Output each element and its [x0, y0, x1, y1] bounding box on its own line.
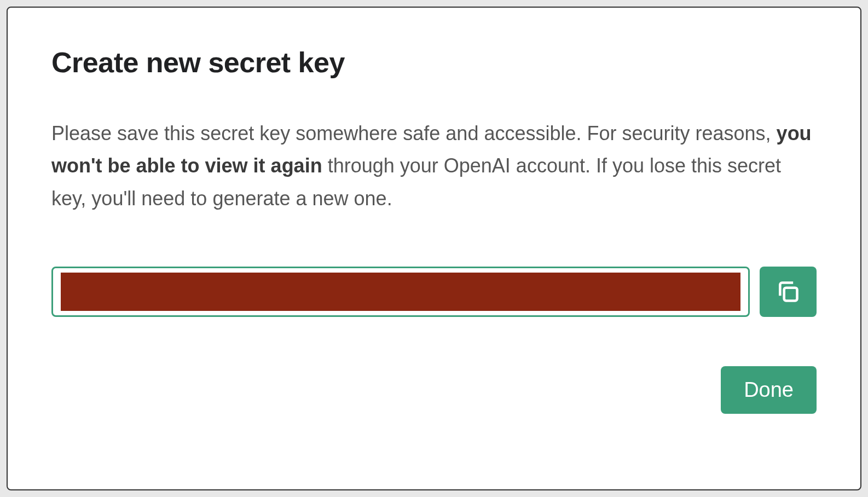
secret-key-field[interactable] — [51, 267, 750, 317]
copy-button[interactable] — [760, 267, 817, 317]
description-text-1: Please save this secret key somewhere sa… — [51, 122, 777, 145]
svg-rect-0 — [784, 288, 797, 301]
done-button[interactable]: Done — [721, 366, 817, 414]
copy-icon — [776, 280, 800, 304]
secret-key-row — [51, 267, 817, 317]
secret-key-redacted-value — [61, 273, 740, 311]
modal-footer: Done — [51, 366, 817, 414]
modal-description: Please save this secret key somewhere sa… — [51, 117, 817, 215]
modal-title: Create new secret key — [51, 46, 817, 79]
modal-backdrop: Create new secret key Please save this s… — [0, 0, 868, 497]
create-secret-key-modal: Create new secret key Please save this s… — [7, 7, 861, 490]
